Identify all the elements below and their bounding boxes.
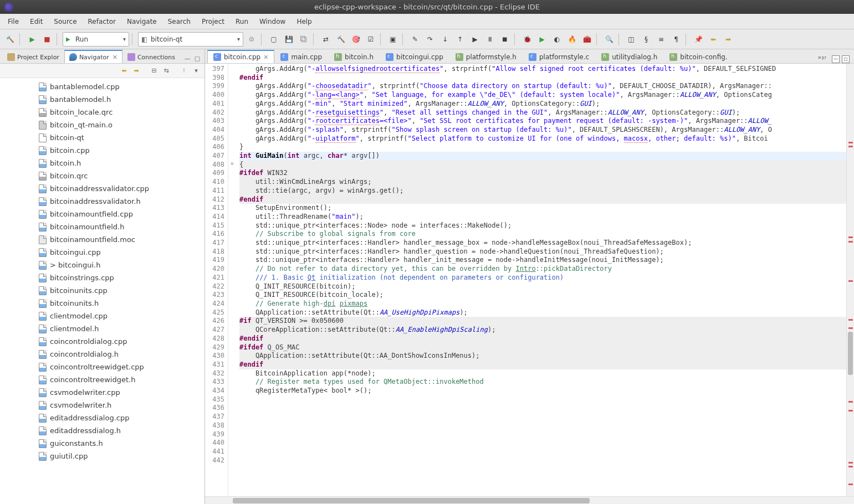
save-all-button[interactable]: ⿻ xyxy=(297,33,310,46)
tree-item[interactable]: clientmodel.h xyxy=(0,322,204,335)
debug-icon[interactable]: 🐞 xyxy=(520,33,534,46)
tree-item[interactable]: bitcoin-qt xyxy=(0,131,204,144)
wand-icon[interactable]: ✎ xyxy=(408,33,422,46)
fold-gutter[interactable]: ⊖ xyxy=(228,64,236,496)
checkbox-icon[interactable]: ☑ xyxy=(364,33,377,46)
tree-item[interactable]: editaddressdialog.h xyxy=(0,424,204,437)
ext-tools-icon[interactable]: 🧰 xyxy=(580,33,594,46)
navigator-tree[interactable]: bantablemodel.cppbantablemodel.hbitcoin_… xyxy=(0,78,204,504)
minimize-view-button[interactable]: — xyxy=(182,53,192,63)
tree-item[interactable]: bantablemodel.cpp xyxy=(0,80,204,93)
menu-window[interactable]: Window xyxy=(254,16,291,28)
menu-navigate[interactable]: Navigate xyxy=(121,16,162,28)
switch-button[interactable]: ⇄ xyxy=(319,33,333,46)
tree-item[interactable]: coincontroldialog.cpp xyxy=(0,335,204,348)
build-target2-button[interactable]: 🎯 xyxy=(349,33,362,46)
menu-run[interactable]: Run xyxy=(230,16,254,28)
resume-icon[interactable]: ▶ xyxy=(468,33,482,46)
tree-item[interactable]: bitcoin.qrc xyxy=(0,169,204,182)
run2-icon[interactable]: ▶ xyxy=(535,33,549,46)
stop-button[interactable]: ■ xyxy=(40,33,54,46)
terminate-icon[interactable]: ⏹ xyxy=(498,33,512,46)
run-button[interactable]: ▶ xyxy=(25,33,39,46)
tree-item[interactable]: bitcoinamountfield.moc xyxy=(0,233,204,246)
pin-icon[interactable]: 📌 xyxy=(692,33,705,46)
more-tabs-button[interactable]: »₃₇ xyxy=(814,52,830,63)
build-target-combo[interactable]: bitcoin-qt xyxy=(138,32,243,47)
menu-search[interactable]: Search xyxy=(162,16,196,28)
editor-tab[interactable]: bitcoin-config. xyxy=(663,50,733,63)
tree-item[interactable]: bitcoinamountfield.cpp xyxy=(0,208,204,220)
editor-tab[interactable]: bitcoingui.cpp xyxy=(380,50,449,63)
menu-edit[interactable]: Edit xyxy=(24,16,48,28)
tree-item[interactable]: bitcoin.h xyxy=(0,157,204,169)
menu-source[interactable]: Source xyxy=(48,16,82,28)
tree-item[interactable]: clientmodel.cpp xyxy=(0,310,204,322)
menu-project[interactable]: Project xyxy=(196,16,230,28)
step-over-icon[interactable]: ↷ xyxy=(423,33,437,46)
tree-item[interactable]: bitcoin.cpp xyxy=(0,144,204,157)
menu-refactor[interactable]: Refactor xyxy=(83,16,121,28)
menu-help[interactable]: Help xyxy=(291,16,317,28)
tree-item[interactable]: coincontroldialog.h xyxy=(0,348,204,361)
forward-icon[interactable]: ➡ xyxy=(722,33,735,46)
tree-item[interactable]: bitcoinaddressvalidator.cpp xyxy=(0,182,204,195)
view-tab-project-explor[interactable]: Project Explor xyxy=(2,50,64,63)
suspend-icon[interactable]: ⏸ xyxy=(483,33,497,46)
tree-item[interactable]: csvmodelwriter.cpp xyxy=(0,386,204,399)
tree-item[interactable]: bitcoinunits.cpp xyxy=(0,284,204,297)
editor-tab[interactable]: utilitydialog.h xyxy=(595,50,663,63)
overview-ruler[interactable] xyxy=(846,64,854,496)
editor-tab[interactable]: bitcoin.h xyxy=(328,50,380,63)
horizontal-scrollbar[interactable] xyxy=(205,496,854,504)
tree-item[interactable]: editaddressdialog.cpp xyxy=(0,412,204,424)
filter-icon[interactable]: ⁝ xyxy=(179,66,189,76)
maximize-view-button[interactable]: ▢ xyxy=(192,53,202,63)
tree-item[interactable]: coincontroltreewidget.h xyxy=(0,373,204,386)
tree-item[interactable]: bitcoin_locale.qrc xyxy=(0,106,204,119)
save-button[interactable]: 💾 xyxy=(282,33,295,46)
tree-item[interactable]: bitcoinamountfield.h xyxy=(0,220,204,233)
tree-item[interactable]: guiconstants.h xyxy=(0,437,204,450)
tree-item[interactable]: bitcoin_qt-main.o xyxy=(0,119,204,131)
step-return-icon[interactable]: ↑ xyxy=(453,33,467,46)
outline-icon[interactable]: ◫ xyxy=(625,33,638,46)
back-icon[interactable]: ⬅ xyxy=(707,33,720,46)
code-editor[interactable]: gArgs.AddArg("-allowselfsignedrootcertif… xyxy=(236,64,846,496)
tree-item[interactable]: > bitcoingui.h xyxy=(0,259,204,271)
editor-tab[interactable]: platformstyle.c xyxy=(523,50,595,63)
step-into-icon[interactable]: ↓ xyxy=(438,33,452,46)
search-icon[interactable]: 🔍 xyxy=(602,33,616,46)
editor-tab[interactable]: platformstyle.h xyxy=(449,50,523,63)
format-icon[interactable]: ≡ xyxy=(654,33,668,46)
view-menu-icon[interactable]: ▾ xyxy=(191,66,201,76)
menu-file[interactable]: File xyxy=(2,16,24,28)
new-button[interactable]: ▢ xyxy=(267,33,280,46)
nav-forward-icon[interactable]: ➡ xyxy=(131,66,141,76)
sort-icon[interactable]: ¶ xyxy=(669,33,683,46)
tree-item[interactable]: guiutil.cpp xyxy=(0,450,204,462)
close-tab-icon[interactable]: ✕ xyxy=(112,54,117,61)
coverage-icon[interactable]: ◐ xyxy=(550,33,564,46)
close-editor-icon[interactable]: ✕ xyxy=(263,54,268,61)
link-editor-icon[interactable]: ⇆ xyxy=(161,66,171,76)
tree-item[interactable]: bitcoinunits.h xyxy=(0,297,204,310)
launch-config-combo[interactable]: Run xyxy=(63,32,129,47)
tree-item[interactable]: coincontroltreewidget.cpp xyxy=(0,361,204,373)
nav-back-icon[interactable]: ⬅ xyxy=(119,66,129,76)
editor-tab[interactable]: main.cpp xyxy=(274,50,328,63)
terminal-icon[interactable]: ▣ xyxy=(386,33,400,46)
config-button[interactable]: ⚙ xyxy=(245,33,258,46)
maximize-editor-button[interactable]: ▢ xyxy=(842,55,850,63)
editor-tab[interactable]: bitcoin.cpp✕ xyxy=(207,50,274,63)
tree-item[interactable]: bitcoinaddressvalidator.h xyxy=(0,195,204,208)
tree-item[interactable]: bitcoingui.cpp xyxy=(0,246,204,259)
profile-icon[interactable]: 🔥 xyxy=(565,33,579,46)
build-button[interactable]: 🔨 xyxy=(3,33,17,46)
toggle-comment-icon[interactable]: § xyxy=(640,33,653,46)
minimize-editor-button[interactable]: — xyxy=(832,55,840,63)
view-tab-connections[interactable]: Connections xyxy=(122,50,180,63)
tree-item[interactable]: bitcoinstrings.cpp xyxy=(0,271,204,284)
collapse-all-icon[interactable]: ⊟ xyxy=(149,66,159,76)
view-tab-navigator[interactable]: Navigator✕ xyxy=(64,50,122,63)
